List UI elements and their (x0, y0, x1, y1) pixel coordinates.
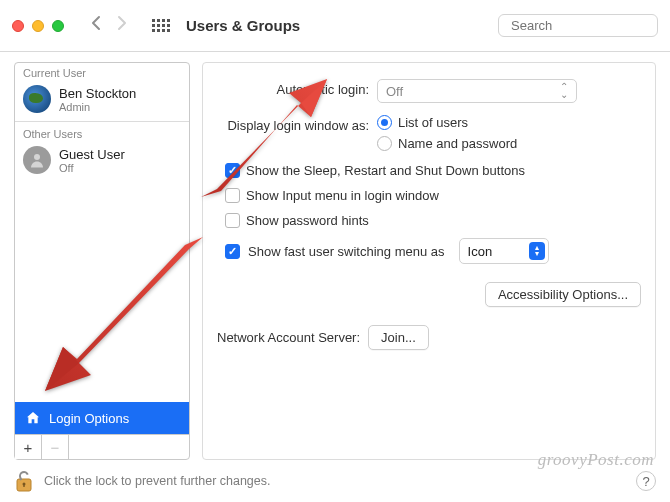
checkbox-icon (225, 213, 240, 228)
login-options-label: Login Options (49, 411, 129, 426)
radio-icon (377, 136, 392, 151)
page-title: Users & Groups (186, 17, 300, 34)
sidebar-section-other: Other Users (15, 124, 189, 142)
lock-text: Click the lock to prevent further change… (44, 474, 271, 488)
radio-list-label: List of users (398, 115, 468, 130)
users-sidebar: Current User Ben Stockton Admin Other Us… (14, 62, 190, 460)
window-controls (12, 20, 64, 32)
minimize-window-button[interactable] (32, 20, 44, 32)
remove-user-button[interactable]: − (42, 435, 69, 459)
auto-login-label: Automatic login: (217, 79, 377, 97)
sidebar-footer: + − (15, 434, 189, 459)
radio-namepw-label: Name and password (398, 136, 517, 151)
auto-login-select[interactable]: Off ⌃⌄ (377, 79, 577, 103)
accessibility-options-button[interactable]: Accessibility Options... (485, 282, 641, 307)
chevron-updown-icon: ▴▾ (529, 242, 545, 260)
svg-point-2 (34, 154, 40, 160)
svg-rect-9 (23, 484, 24, 487)
checkbox-show-sleep[interactable]: Show the Sleep, Restart and Shut Down bu… (225, 163, 641, 178)
avatar-guest (23, 146, 51, 174)
back-button[interactable] (90, 15, 102, 36)
user-row-current[interactable]: Ben Stockton Admin (15, 81, 189, 119)
add-user-button[interactable]: + (15, 435, 42, 459)
settings-panel: Automatic login: Off ⌃⌄ Display login wi… (202, 62, 656, 460)
checkbox-label: Show Input menu in login window (246, 188, 439, 203)
chevron-updown-icon: ⌃⌄ (560, 83, 568, 99)
checkbox-icon (225, 163, 240, 178)
forward-button[interactable] (116, 15, 128, 36)
help-button[interactable]: ? (636, 471, 656, 491)
close-window-button[interactable] (12, 20, 24, 32)
nas-join-button[interactable]: Join... (368, 325, 429, 350)
fullscreen-window-button[interactable] (52, 20, 64, 32)
checkbox-label: Show fast user switching menu as (248, 244, 445, 259)
checkbox-label: Show the Sleep, Restart and Shut Down bu… (246, 163, 525, 178)
checkbox-icon (225, 244, 240, 259)
nav-arrows (90, 15, 128, 36)
lock-icon[interactable] (14, 469, 34, 493)
sidebar-section-current: Current User (15, 63, 189, 81)
search-field[interactable] (498, 14, 658, 37)
search-input[interactable] (511, 18, 670, 33)
titlebar: Users & Groups (0, 0, 670, 52)
checkbox-icon (225, 188, 240, 203)
user-row-guest[interactable]: Guest User Off (15, 142, 189, 180)
show-all-prefs-button[interactable] (152, 19, 170, 32)
radio-name-password[interactable]: Name and password (377, 136, 517, 151)
radio-list-of-users[interactable]: List of users (377, 115, 517, 130)
auto-login-value: Off (386, 84, 403, 99)
house-icon (25, 410, 41, 426)
user-role-current: Admin (59, 101, 136, 113)
checkbox-label: Show password hints (246, 213, 369, 228)
user-name-guest: Guest User (59, 147, 125, 162)
fast-switch-value: Icon (468, 244, 493, 259)
user-role-guest: Off (59, 162, 125, 174)
display-window-label: Display login window as: (217, 115, 377, 133)
nas-label: Network Account Server: (217, 330, 360, 345)
login-options-item[interactable]: Login Options (15, 402, 189, 434)
watermark: groovyPost.com (538, 450, 654, 470)
avatar-current (23, 85, 51, 113)
sidebar-divider (15, 121, 189, 122)
checkbox-show-password-hints[interactable]: Show password hints (225, 213, 641, 228)
radio-icon (377, 115, 392, 130)
checkbox-show-input-menu[interactable]: Show Input menu in login window (225, 188, 641, 203)
fast-switch-select[interactable]: Icon ▴▾ (459, 238, 549, 264)
checkbox-fast-user-switching[interactable]: Show fast user switching menu as Icon ▴▾ (225, 238, 641, 264)
user-name-current: Ben Stockton (59, 86, 136, 101)
